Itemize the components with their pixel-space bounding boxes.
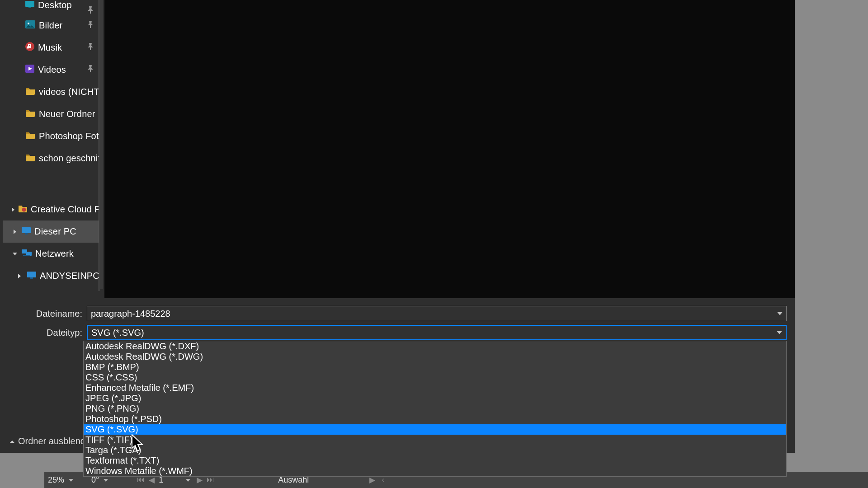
hide-folders-label: Ordner ausblende [18,436,90,446]
filetype-option[interactable]: SVG (*.SVG) [84,424,786,435]
pin-icon [86,20,95,29]
zoom-value: 25% [44,475,77,485]
svg-point-10 [22,208,26,212]
sidebar-item-bilder[interactable]: Bilder [3,14,99,37]
filetype-value: SVG (*.SVG) [91,328,144,338]
filetype-option[interactable]: Autodesk RealDWG (*.DWG) [84,352,786,362]
folder-icon [25,153,35,164]
filename-input[interactable]: paragraph-1485228 [87,306,787,321]
sidebar-item-neuer-ordner[interactable]: Neuer Ordner [3,103,99,125]
video-icon [25,65,34,75]
folder-icon [25,131,35,141]
filetype-label: Dateityp: [0,328,87,338]
sidebar-item-label: Photoshop Foto [39,131,99,141]
chevron-right-icon[interactable] [15,273,24,279]
filetype-dropdown-list[interactable]: Autodesk RealDWG (*.DXF)Autodesk RealDWG… [83,341,787,477]
filename-label: Dateiname: [0,309,87,319]
tree-item-label: ANDYSEINPC [40,271,99,281]
form-section: Dateiname: paragraph-1485228 Dateityp: S… [0,305,795,343]
sidebar-item-label: Musik [38,42,62,53]
sidebar-scroll-border [99,0,99,291]
sidebar-item-photoshop-foto[interactable]: Photoshop Foto [3,125,99,147]
filetype-option[interactable]: Autodesk RealDWG (*.DXF) [84,341,786,352]
filetype-option[interactable]: BMP (*.BMP) [84,362,786,372]
zoom-dropdown[interactable]: 25% [44,472,77,488]
sidebar-item-label: Bilder [39,20,62,31]
svg-rect-7 [90,47,91,50]
folder-tree-sidebar[interactable]: Desktop Bilder Musik [3,0,99,284]
tree-item-andyseinpc[interactable]: ANDYSEINPC [3,265,99,284]
pin-icon [86,5,95,14]
filetype-option[interactable]: Windows Metafile (*.WMF) [84,466,786,476]
svg-rect-5 [90,25,91,28]
tree-item-netzwerk[interactable]: Netzwerk [3,243,99,265]
filetype-option[interactable]: JPEG (*.JPG) [84,393,786,404]
svg-rect-17 [30,277,33,279]
svg-rect-2 [90,11,91,14]
svg-rect-15 [23,255,30,256]
tree-item-dieser-pc[interactable]: Dieser PC [3,221,99,243]
filetype-option[interactable]: TIFF (*.TIF) [84,435,786,445]
svg-rect-1 [28,7,31,8]
sidebar-item-label: Neuer Ordner [39,109,95,119]
tree-item-label: Dieser PC [34,226,76,237]
file-list-area[interactable] [104,0,795,298]
computer-icon [27,271,36,281]
sidebar-scrollbar[interactable] [100,0,103,289]
svg-point-4 [28,23,29,24]
sidebar-item-videos[interactable]: Videos [3,59,99,81]
sidebar-item-musik[interactable]: Musik [3,37,99,59]
pin-icon [86,64,95,73]
sidebar-item-desktop[interactable]: Desktop [3,0,99,14]
folder-icon [25,87,35,97]
svg-rect-0 [25,1,34,7]
sidebar-item-label: videos (NICHT F [39,87,99,97]
filetype-option[interactable]: CSS (*.CSS) [84,372,786,383]
filetype-select[interactable]: SVG (*.SVG) [87,325,787,340]
svg-rect-9 [90,70,91,72]
filetype-option[interactable]: Photoshop (*.PSD) [84,414,786,424]
chevron-down-icon[interactable] [11,252,19,256]
svg-rect-16 [27,272,36,277]
svg-rect-11 [22,227,31,233]
svg-rect-12 [25,233,28,235]
sidebar-item-label: schon geschnitt [39,153,99,164]
tree-item-creative-cloud[interactable]: Creative Cloud F [3,198,99,221]
filetype-option[interactable]: Targa (*.TGA) [84,445,786,455]
page-last-icon[interactable]: ⏭ [205,475,216,484]
sidebar-item-label: Videos [38,65,66,75]
pin-icon [86,42,95,51]
network-icon [22,249,32,259]
tree-item-label: Netzwerk [35,249,74,259]
sidebar-spacer [3,169,99,198]
filename-value: paragraph-1485228 [91,309,170,319]
music-icon [25,42,34,53]
folder-icon [25,109,35,119]
upper-pane: Desktop Bilder Musik [0,0,795,298]
sidebar-item-videos-nicht[interactable]: videos (NICHT F [3,81,99,103]
chevron-right-icon[interactable] [11,207,15,212]
back-icon[interactable]: ‹ [377,475,388,484]
filetype-option[interactable]: Textformat (*.TXT) [84,455,786,466]
chevron-up-icon [9,436,15,446]
computer-icon [22,226,31,237]
page-first-icon[interactable]: ⏮ [135,475,146,484]
hide-folders-toggle[interactable]: Ordner ausblende [9,436,90,446]
monitor-icon [25,0,34,10]
photo-icon [25,20,35,31]
filetype-option[interactable]: PNG (*.PNG) [84,404,786,414]
filetype-option[interactable]: Enhanced Metafile (*.EMF) [84,383,786,393]
sidebar-item-label: Desktop [38,0,72,10]
chevron-right-icon[interactable] [11,229,19,235]
cc-icon [18,204,27,215]
save-dialog: Desktop Bilder Musik [0,0,795,453]
tree-item-label: Creative Cloud F [31,204,99,215]
sidebar-item-schon-geschnitt[interactable]: schon geschnitt [3,147,99,169]
